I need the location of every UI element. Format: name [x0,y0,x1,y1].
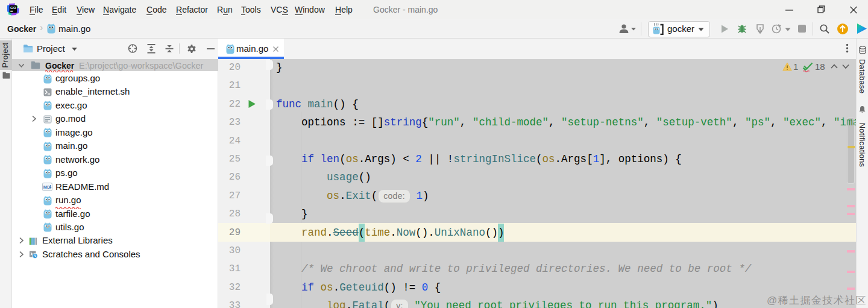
svg-text:GO: GO [10,6,16,10]
